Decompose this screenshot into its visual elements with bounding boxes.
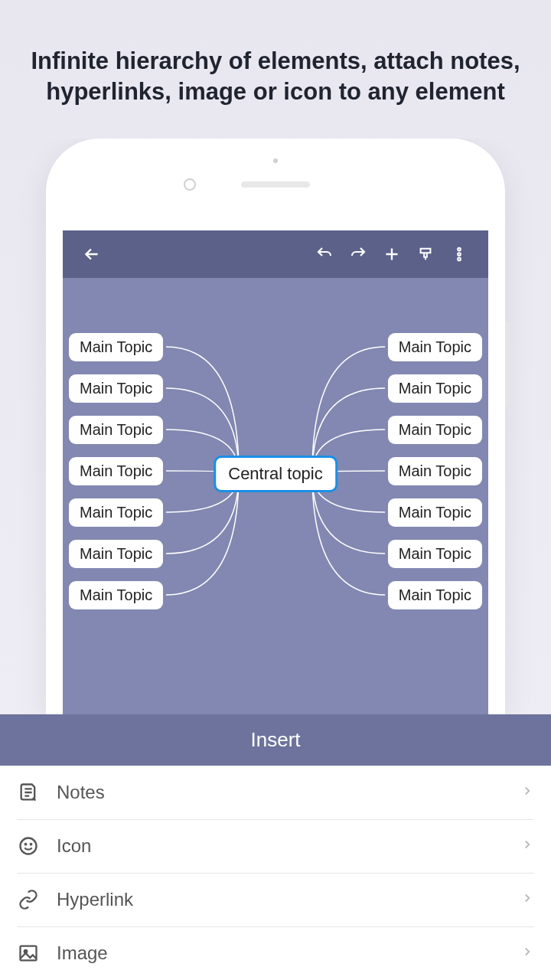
app-screen: Main Topic Main Topic Main Topic Main To… bbox=[63, 230, 488, 714]
topic-node[interactable]: Main Topic bbox=[388, 416, 482, 444]
menu-item-hyperlink[interactable]: Hyperlink bbox=[0, 873, 551, 926]
redo-icon bbox=[349, 245, 367, 263]
svg-point-3 bbox=[21, 838, 37, 854]
topic-node[interactable]: Main Topic bbox=[69, 333, 163, 361]
image-icon bbox=[17, 942, 40, 965]
central-topic-node[interactable]: Central topic bbox=[214, 456, 337, 492]
insert-menu: Notes Icon Hyperlink Image bbox=[0, 766, 551, 980]
menu-label: Notes bbox=[57, 782, 504, 803]
brush-icon bbox=[417, 245, 434, 263]
more-vert-icon bbox=[451, 246, 468, 263]
back-arrow-icon bbox=[82, 244, 102, 264]
phone-camera bbox=[184, 178, 196, 191]
add-button[interactable] bbox=[375, 237, 409, 271]
back-button[interactable] bbox=[75, 237, 109, 271]
topic-node[interactable]: Main Topic bbox=[388, 540, 482, 568]
svg-point-5 bbox=[31, 844, 31, 844]
svg-point-4 bbox=[25, 844, 26, 844]
topic-node[interactable]: Main Topic bbox=[69, 540, 163, 568]
topic-node[interactable]: Main Topic bbox=[69, 416, 163, 444]
chevron-right-icon bbox=[520, 891, 534, 908]
phone-sensor-dot bbox=[273, 158, 278, 163]
topic-node[interactable]: Main Topic bbox=[69, 457, 163, 485]
headline-text: Infinite hierarchy of elements, attach n… bbox=[0, 0, 551, 139]
topic-node[interactable]: Main Topic bbox=[69, 498, 163, 527]
undo-button[interactable] bbox=[308, 237, 341, 271]
chevron-right-icon bbox=[520, 784, 534, 801]
chevron-right-icon bbox=[520, 945, 534, 962]
menu-item-image[interactable]: Image bbox=[0, 926, 551, 980]
phone-mockup: Main Topic Main Topic Main Topic Main To… bbox=[0, 139, 551, 714]
notes-icon bbox=[17, 781, 40, 804]
topic-node[interactable]: Main Topic bbox=[69, 374, 163, 403]
chevron-right-icon bbox=[520, 838, 534, 854]
more-button[interactable] bbox=[442, 237, 476, 271]
svg-point-2 bbox=[458, 257, 461, 260]
topic-node[interactable]: Main Topic bbox=[388, 457, 482, 485]
topic-node[interactable]: Main Topic bbox=[388, 581, 482, 609]
menu-label: Icon bbox=[57, 835, 504, 857]
redo-button[interactable] bbox=[341, 237, 375, 271]
topic-node[interactable]: Main Topic bbox=[69, 581, 163, 609]
mindmap-canvas[interactable]: Main Topic Main Topic Main Topic Main To… bbox=[63, 278, 488, 714]
svg-rect-6 bbox=[21, 946, 37, 961]
menu-label: Hyperlink bbox=[57, 889, 504, 910]
menu-label: Image bbox=[57, 942, 504, 964]
svg-point-0 bbox=[458, 247, 461, 250]
topic-node[interactable]: Main Topic bbox=[388, 498, 482, 527]
topic-node[interactable]: Main Topic bbox=[388, 374, 482, 403]
undo-icon bbox=[315, 245, 334, 263]
phone-speaker bbox=[241, 181, 310, 188]
phone-side-button bbox=[505, 322, 510, 407]
menu-item-icon[interactable]: Icon bbox=[0, 819, 551, 873]
svg-point-1 bbox=[458, 253, 461, 256]
format-button[interactable] bbox=[409, 237, 442, 271]
smiley-icon bbox=[17, 835, 40, 858]
link-icon bbox=[17, 888, 40, 911]
insert-panel-header: Insert bbox=[0, 714, 551, 766]
topic-node[interactable]: Main Topic bbox=[388, 333, 482, 361]
plus-icon bbox=[382, 244, 402, 264]
menu-item-notes[interactable]: Notes bbox=[0, 766, 551, 819]
app-toolbar bbox=[63, 230, 488, 278]
